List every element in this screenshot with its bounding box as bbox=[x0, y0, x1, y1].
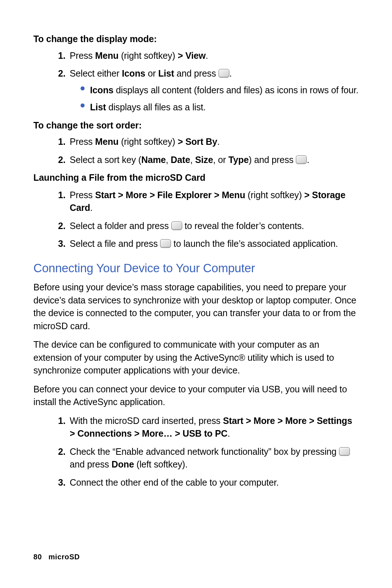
text: (right softkey) bbox=[245, 190, 305, 200]
text-bold: Menu bbox=[95, 50, 119, 61]
text-bold: > View bbox=[177, 50, 205, 61]
paragraph: Before you can connect your device to yo… bbox=[33, 383, 359, 409]
ok-key-icon bbox=[219, 69, 229, 78]
list-marker: 1. bbox=[58, 49, 66, 62]
text: or bbox=[145, 68, 158, 78]
heading-display-mode: To change the display mode: bbox=[33, 33, 359, 46]
list-item: 2. Select a folder and press to reveal t… bbox=[58, 220, 359, 233]
list-item: 1. Press Start > More > File Explorer > … bbox=[58, 189, 359, 215]
heading-sort-order: To change the sort order: bbox=[33, 119, 359, 132]
sub-bullet-list: Icons displays all content (folders and … bbox=[70, 84, 359, 114]
list-item: 1. Press Menu (right softkey) > Sort By. bbox=[58, 135, 359, 148]
text: Check the “Enable advanced network funct… bbox=[70, 446, 339, 457]
text: Select a sort key ( bbox=[70, 155, 141, 165]
list-marker: 2. bbox=[58, 154, 66, 167]
list-item: 2. Select either Icons or List and press… bbox=[58, 67, 359, 114]
text: Connect the other end of the cable to yo… bbox=[70, 477, 279, 487]
text: . bbox=[228, 428, 230, 438]
list-marker: 2. bbox=[58, 445, 66, 458]
text: . bbox=[307, 155, 309, 165]
ok-key-icon bbox=[339, 447, 350, 456]
list-item: 1. Press Menu (right softkey) > View. bbox=[58, 49, 359, 62]
list-item: Icons displays all content (folders and … bbox=[81, 84, 359, 97]
section-name: microSD bbox=[48, 553, 79, 561]
list-marker: 3. bbox=[58, 476, 66, 489]
heading-launching-file: Launching a File from the microSD Card bbox=[33, 171, 359, 184]
text: , bbox=[166, 155, 171, 165]
text-bold: Date bbox=[171, 155, 190, 165]
text-bold: Menu bbox=[95, 136, 119, 147]
list-marker: 2. bbox=[58, 67, 66, 80]
ok-key-icon bbox=[160, 239, 171, 248]
list-display-mode: 1. Press Menu (right softkey) > View. 2.… bbox=[33, 49, 359, 114]
text-bold: > Sort By bbox=[177, 136, 217, 147]
text-bold: Size bbox=[195, 155, 213, 165]
text: Select either bbox=[70, 68, 122, 78]
list-marker: 2. bbox=[58, 220, 66, 233]
heading-connecting: Connecting Your Device to Your Computer bbox=[33, 260, 359, 277]
list-launching: 1. Press Start > More > File Explorer > … bbox=[33, 189, 359, 250]
text-bold: Name bbox=[141, 155, 166, 165]
list-item: List displays all files as a list. bbox=[81, 101, 359, 114]
text: and press bbox=[70, 459, 111, 469]
text: , or bbox=[213, 155, 228, 165]
list-item: 3. Connect the other end of the cable to… bbox=[58, 476, 359, 489]
paragraph: The device can be configured to communic… bbox=[33, 338, 359, 377]
text-bold: List bbox=[90, 102, 106, 112]
text: to reveal the folder’s contents. bbox=[182, 221, 304, 231]
text: Press bbox=[70, 190, 95, 200]
text-bold: Icons bbox=[122, 68, 146, 78]
text: . bbox=[90, 203, 93, 213]
text: Select a folder and press bbox=[70, 221, 171, 231]
paragraph: Before using your device’s mass storage … bbox=[33, 281, 359, 332]
text: , bbox=[190, 155, 195, 165]
page-number: 80 bbox=[33, 553, 42, 561]
list-item: 2. Select a sort key (Name, Date, Size, … bbox=[58, 154, 359, 167]
text: displays all files as a list. bbox=[106, 102, 206, 112]
text: (left softkey). bbox=[134, 459, 188, 469]
list-item: 1. With the microSD card inserted, press… bbox=[58, 415, 359, 440]
text: (right softkey) bbox=[119, 50, 178, 61]
list-marker: 1. bbox=[58, 189, 66, 202]
text-bold: Icons bbox=[90, 85, 114, 95]
list-item: 2. Check the “Enable advanced network fu… bbox=[58, 445, 359, 471]
text: . bbox=[217, 136, 220, 147]
text: . bbox=[206, 50, 208, 61]
list-marker: 1. bbox=[58, 415, 66, 428]
text: displays all content (folders and files)… bbox=[114, 85, 359, 95]
text: and press bbox=[174, 68, 219, 78]
text: ) and press bbox=[249, 155, 296, 165]
page-footer: 80microSD bbox=[33, 552, 80, 562]
text: . bbox=[229, 68, 232, 78]
text: Select a file and press bbox=[70, 238, 160, 249]
list-connecting: 1. With the microSD card inserted, press… bbox=[33, 415, 359, 489]
text-bold: Start > More > File Explorer > Menu bbox=[95, 190, 245, 200]
ok-key-icon bbox=[296, 155, 307, 164]
list-item: 3. Select a file and press to launch the… bbox=[58, 237, 359, 250]
text: Press bbox=[70, 136, 95, 147]
text-bold: List bbox=[158, 68, 174, 78]
text: to launch the file’s associated applicat… bbox=[171, 238, 338, 249]
list-sort-order: 1. Press Menu (right softkey) > Sort By.… bbox=[33, 135, 359, 166]
ok-key-icon bbox=[171, 221, 182, 230]
text: (right softkey) bbox=[119, 136, 178, 147]
text: With the microSD card inserted, press bbox=[70, 416, 223, 426]
text: Press bbox=[70, 50, 95, 61]
list-marker: 1. bbox=[58, 135, 66, 148]
text-bold: Done bbox=[111, 459, 134, 469]
text-bold: Type bbox=[228, 155, 249, 165]
bullet-icon bbox=[81, 86, 85, 90]
list-marker: 3. bbox=[58, 237, 66, 250]
bullet-icon bbox=[81, 103, 85, 107]
